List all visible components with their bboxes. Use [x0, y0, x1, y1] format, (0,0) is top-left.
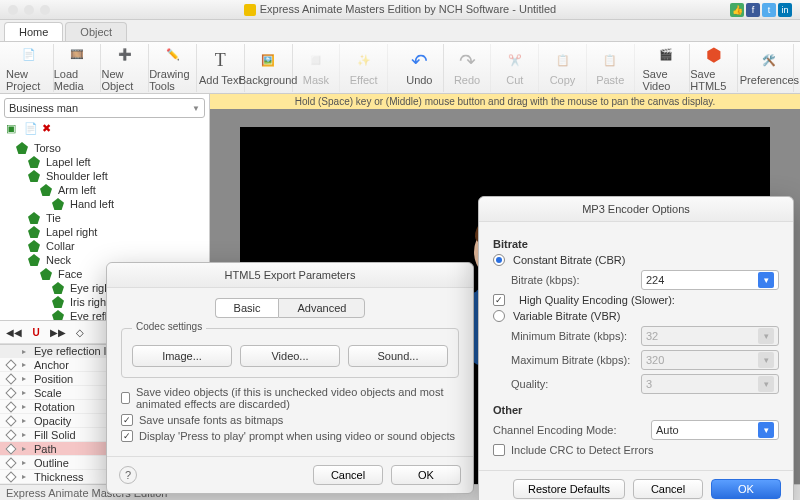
tree-item[interactable]: Shoulder left [28, 169, 205, 183]
copy-icon: 📋 [552, 50, 574, 72]
codec-image-button[interactable]: Image... [132, 345, 232, 367]
load-media-button[interactable]: 🎞️Load Media [54, 44, 102, 92]
include-crc-checkbox[interactable]: Include CRC to Detect Errors [493, 444, 779, 456]
tab-home[interactable]: Home [4, 22, 63, 41]
tree-delete-icon[interactable]: ✖ [42, 122, 56, 136]
tree-copy-icon[interactable]: 📄 [24, 122, 38, 136]
social-links[interactable]: 👍 f t in [730, 3, 792, 17]
effect-icon: ✨ [353, 50, 375, 72]
undo-icon: ↶ [408, 50, 430, 72]
undo-button[interactable]: ↶Undo [396, 44, 444, 92]
tree-item-label: Hand left [70, 198, 114, 210]
tab-advanced[interactable]: Advanced [278, 298, 365, 318]
add-text-icon: T [209, 50, 231, 72]
tree-item[interactable]: Tie [28, 211, 205, 225]
add-key-icon[interactable]: ◇ [72, 324, 88, 340]
paste-icon: 📋 [599, 50, 621, 72]
mp3-cancel-button[interactable]: Cancel [633, 479, 703, 499]
save-video-icon: 🎬 [655, 44, 677, 66]
leaf-icon [52, 310, 64, 320]
keyframe-icon[interactable] [5, 387, 16, 398]
hq-encoding-checkbox[interactable]: ✓ [493, 294, 505, 306]
leaf-icon [16, 142, 28, 154]
new-object-button[interactable]: ➕New Object [101, 44, 149, 92]
save-html5-button[interactable]: ⬢Save HTML5 [690, 44, 738, 92]
tree-item[interactable]: Lapel right [28, 225, 205, 239]
save-unsafe-fonts-checkbox[interactable]: ✓Save unsafe fonts as bitmaps [121, 414, 459, 426]
mac-traffic-lights[interactable] [8, 5, 50, 15]
paste-button[interactable]: 📋Paste [587, 44, 635, 92]
chevron-down-icon: ▾ [758, 272, 774, 288]
tree-item-label: Torso [34, 142, 61, 154]
drawing-tools-icon: ✏️ [162, 44, 184, 66]
channel-mode-select[interactable]: Auto▾ [651, 420, 779, 440]
leaf-icon [28, 240, 40, 252]
save-video-button[interactable]: 🎬Save Video [643, 44, 691, 92]
codec-sound-button[interactable]: Sound... [348, 345, 448, 367]
keyframe-icon[interactable] [5, 359, 16, 370]
linkedin-icon[interactable]: in [778, 3, 792, 17]
tree-item[interactable]: Hand left [52, 197, 205, 211]
thumb-icon[interactable]: 👍 [730, 3, 744, 17]
new-project-button[interactable]: 📄New Project [6, 44, 54, 92]
tab-basic[interactable]: Basic [215, 298, 279, 318]
keyframe-icon[interactable] [5, 471, 16, 482]
keyframe-icon[interactable] [5, 457, 16, 468]
help-icon[interactable]: ? [119, 466, 137, 484]
tree-item[interactable]: Collar [28, 239, 205, 253]
project-selector[interactable]: Business man ▼ [4, 98, 205, 118]
effect-button[interactable]: ✨Effect [340, 44, 388, 92]
ribbon-tabbar: Home Object [0, 20, 800, 42]
dialog-title: MP3 Encoder Options [479, 197, 793, 222]
save-video-objects-checkbox[interactable]: Save video objects (if this is unchecked… [121, 386, 459, 410]
keyframe-icon[interactable] [5, 415, 16, 426]
drawing-tools-button[interactable]: ✏️Drawing Tools [149, 44, 197, 92]
leaf-icon [52, 296, 64, 308]
next-key-icon[interactable]: ▶▶ [50, 324, 66, 340]
tree-item[interactable]: Torso [16, 141, 205, 155]
tree-item-label: Lapel left [46, 156, 91, 168]
mask-button[interactable]: ◻️Mask [293, 44, 341, 92]
tree-item-label: Tie [46, 212, 61, 224]
redo-icon: ↷ [456, 50, 478, 72]
keyframe-icon[interactable] [5, 429, 16, 440]
tree-item[interactable]: Lapel left [28, 155, 205, 169]
facebook-icon[interactable]: f [746, 3, 760, 17]
mp3-encoder-dialog: MP3 Encoder Options Bitrate Constant Bit… [478, 196, 794, 500]
restore-defaults-button[interactable]: Restore Defaults [513, 479, 625, 499]
vbr-radio[interactable] [493, 310, 505, 322]
leaf-icon [28, 226, 40, 238]
redo-button[interactable]: ↷Redo [444, 44, 492, 92]
tree-collapse-icon[interactable]: ▣ [6, 122, 20, 136]
tree-item-label: Iris right [70, 296, 109, 308]
cut-button[interactable]: ✂️Cut [491, 44, 539, 92]
twitter-icon[interactable]: t [762, 3, 776, 17]
add-text-button[interactable]: TAdd Text [197, 44, 245, 92]
tree-item-label: Face [58, 268, 82, 280]
keyframe-icon[interactable] [5, 443, 16, 454]
copy-button[interactable]: 📋Copy [539, 44, 587, 92]
keyframe-icon[interactable] [5, 401, 16, 412]
prev-key-icon[interactable]: ◀◀ [6, 324, 22, 340]
press-to-play-checkbox[interactable]: ✓Display 'Press to play' prompt when usi… [121, 430, 459, 442]
leaf-icon [52, 282, 64, 294]
tab-object[interactable]: Object [65, 22, 127, 41]
project-name: Business man [9, 102, 78, 114]
background-icon: 🖼️ [257, 50, 279, 72]
codec-video-button[interactable]: Video... [240, 345, 340, 367]
html5-cancel-button[interactable]: Cancel [313, 465, 383, 485]
mp3-ok-button[interactable]: OK [711, 479, 781, 499]
preferences-button[interactable]: 🛠️Preferences [746, 44, 794, 92]
export-tabs: Basic Advanced [121, 298, 459, 318]
chevron-down-icon: ▾ [758, 422, 774, 438]
bitrate-select[interactable]: 224▾ [641, 270, 779, 290]
html5-ok-button[interactable]: OK [391, 465, 461, 485]
background-button[interactable]: 🖼️Background [245, 44, 293, 92]
tree-item[interactable]: Arm left [40, 183, 205, 197]
cbr-radio[interactable] [493, 254, 505, 266]
leaf-icon [52, 198, 64, 210]
magnet-icon[interactable]: U [28, 324, 44, 340]
app-icon [244, 4, 256, 16]
bitrate-section: Bitrate [493, 238, 779, 250]
keyframe-icon[interactable] [5, 373, 16, 384]
